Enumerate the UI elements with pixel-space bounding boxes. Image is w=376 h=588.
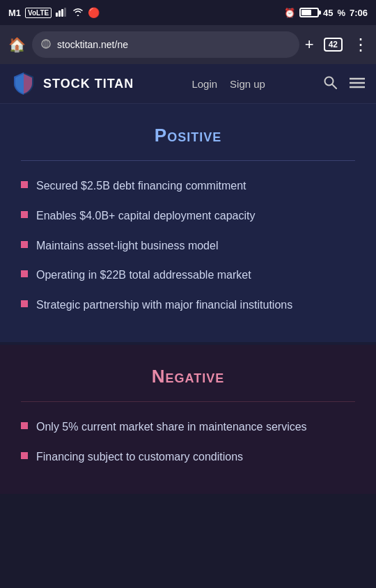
positive-bullet-3: Maintains asset-light business model — [36, 238, 218, 255]
alarm-icon: ⏰ — [284, 8, 295, 18]
negative-divider — [21, 401, 355, 402]
negative-title: Negative — [21, 366, 355, 387]
bullet-icon — [21, 241, 28, 248]
browser-chrome: 🏠 stocktitan.net/ne + 42 ⋮ — [0, 25, 376, 64]
list-item: Maintains asset-light business model — [21, 238, 355, 255]
list-item: Strategic partnership with major financi… — [21, 297, 355, 314]
battery-percent: 45 — [323, 8, 333, 18]
negative-bullet-1: Only 5% current market share in maintena… — [36, 419, 307, 436]
negative-bullet-list: Only 5% current market share in maintena… — [21, 419, 355, 466]
positive-title: Positive — [21, 125, 355, 146]
site-shield-icon — [40, 38, 52, 52]
login-link[interactable]: Login — [191, 78, 217, 90]
logo-icon — [11, 71, 36, 96]
list-item: Financing subject to customary condition… — [21, 449, 355, 466]
positive-bullet-1: Secured $2.5B debt financing commitment — [36, 178, 246, 195]
home-icon[interactable]: 🏠 — [7, 36, 26, 53]
browser-menu-button[interactable]: ⋮ — [352, 35, 369, 54]
bullet-icon — [21, 181, 28, 188]
positive-bullet-list: Secured $2.5B debt financing commitment … — [21, 178, 355, 314]
signal-icon — [56, 7, 68, 19]
header-nav: Login Sign up — [191, 78, 265, 90]
address-bar[interactable]: stocktitan.net/ne — [32, 31, 299, 58]
positive-section: Positive Secured $2.5B debt financing co… — [0, 104, 376, 342]
wifi-icon — [72, 8, 84, 18]
signup-link[interactable]: Sign up — [230, 78, 265, 90]
carrier-label: M1 — [8, 8, 21, 18]
svg-line-8 — [332, 84, 336, 88]
negative-bullet-2: Financing subject to customary condition… — [36, 449, 243, 466]
browser-actions: + 42 ⋮ — [305, 35, 369, 54]
bullet-icon — [21, 300, 28, 307]
extra-icon: 🔴 — [88, 7, 100, 18]
svg-rect-2 — [61, 9, 63, 17]
volte-label: VoLTE — [25, 8, 52, 18]
positive-divider — [21, 160, 355, 161]
bullet-icon — [21, 270, 28, 277]
positive-bullet-4: Operating in $22B total addressable mark… — [36, 267, 251, 284]
time-display: 7:06 — [350, 8, 368, 18]
list-item: Enables $4.0B+ capital deployment capaci… — [21, 208, 355, 225]
status-left: M1 VoLTE 🔴 — [8, 7, 100, 19]
logo-area: STOCK TITAN — [11, 71, 134, 96]
tab-count[interactable]: 42 — [324, 38, 343, 52]
menu-icon[interactable] — [350, 76, 365, 92]
bullet-icon — [21, 452, 28, 459]
status-bar: M1 VoLTE 🔴 ⏰ 45% 7:06 — [0, 0, 376, 25]
positive-bullet-2: Enables $4.0B+ capital deployment capaci… — [36, 208, 255, 225]
site-header: STOCK TITAN Login Sign up — [0, 64, 376, 104]
bullet-icon — [21, 422, 28, 429]
negative-section: Negative Only 5% current market share in… — [0, 345, 376, 494]
main-content: Positive Secured $2.5B debt financing co… — [0, 104, 376, 494]
status-right: ⏰ 45% 7:06 — [284, 8, 368, 18]
bullet-icon — [21, 211, 28, 218]
positive-bullet-5: Strategic partnership with major financi… — [36, 297, 292, 314]
list-item: Only 5% current market share in maintena… — [21, 419, 355, 436]
list-item: Secured $2.5B debt financing commitment — [21, 178, 355, 195]
header-icons — [323, 75, 365, 93]
new-tab-button[interactable]: + — [305, 36, 314, 54]
svg-rect-0 — [56, 13, 58, 17]
address-text: stocktitan.net/ne — [57, 39, 291, 50]
battery-icon — [299, 8, 319, 17]
list-item: Operating in $22B total addressable mark… — [21, 267, 355, 284]
svg-rect-3 — [64, 8, 66, 17]
site-logo-text: STOCK TITAN — [43, 77, 134, 91]
svg-rect-1 — [58, 10, 61, 17]
search-icon[interactable] — [323, 75, 337, 93]
